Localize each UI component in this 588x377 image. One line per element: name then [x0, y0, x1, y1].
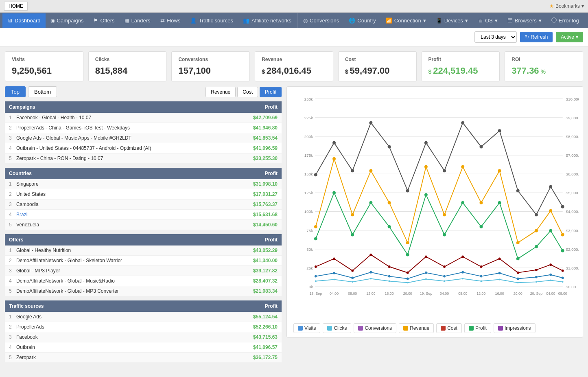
traffic-section: Traffic sources Profit 1 Google Ads $55,…	[5, 300, 282, 363]
stat-conversions-label: Conversions	[178, 57, 243, 62]
table-row[interactable]: 2 PropellerAds - China - Games- iOS Test…	[5, 123, 282, 133]
nav-conversions-label: Conversions	[310, 18, 339, 24]
nav-flows[interactable]: ⇄ Flows	[155, 13, 186, 28]
svg-text:20:00: 20:00	[403, 292, 412, 296]
svg-point-122	[562, 277, 564, 279]
svg-text:16:00: 16:00	[385, 292, 394, 296]
table-row[interactable]: 5 Venezuela $14,450.60	[5, 220, 282, 230]
nav-browsers[interactable]: 🗔 Browsers ▾	[503, 13, 546, 28]
stat-revenue-value: $ 284,016.45	[262, 66, 326, 76]
nav-connection[interactable]: 📶 Connection ▾	[381, 13, 431, 28]
table-row[interactable]: 3 Cambodia $15,763.37	[5, 199, 282, 210]
profit-button[interactable]: Profit	[260, 87, 282, 97]
active-button[interactable]: Active ▾	[556, 32, 583, 42]
svg-point-73	[498, 169, 501, 172]
nav-error-log[interactable]: ⓘ Error log	[546, 13, 584, 28]
svg-text:100k: 100k	[304, 209, 313, 214]
table-row[interactable]: 3 Facebook $43,715.63	[5, 332, 282, 342]
svg-point-123	[315, 280, 317, 282]
nav-country[interactable]: 🌐 Country	[344, 13, 381, 28]
legend-impressions[interactable]: Impressions	[494, 323, 536, 333]
stat-visits: Visits 9,250,561	[5, 51, 83, 81]
stat-conversions-value: 157,100	[178, 66, 243, 76]
nav-country-label: Country	[357, 18, 376, 24]
svg-point-99	[425, 256, 427, 258]
svg-point-91	[549, 229, 552, 232]
table-row[interactable]: 3 Google Ads - Global - Music Apps - Mob…	[5, 133, 282, 143]
table-row[interactable]: 4 Outbrain $41,096.57	[5, 342, 282, 353]
table-row[interactable]: 2 United States $17,031.27	[5, 189, 282, 199]
nav-divider-1	[297, 13, 297, 28]
svg-point-92	[561, 249, 564, 252]
svg-text:250k: 250k	[304, 97, 313, 101]
nav-landers-label: Landers	[131, 18, 151, 24]
svg-point-62	[561, 205, 564, 208]
svg-point-109	[333, 272, 335, 274]
left-panel: Top Bottom Revenue Cost Profit Campaigns…	[5, 86, 282, 367]
svg-point-60	[535, 213, 538, 216]
table-row[interactable]: 1 Facebook - Global - Health - 10.07 $42…	[5, 113, 282, 123]
period-select[interactable]: Last 3 days	[474, 31, 517, 43]
svg-point-49	[332, 141, 336, 145]
svg-point-84	[424, 193, 428, 196]
offers-header: Offers Profit	[5, 234, 282, 245]
refresh-button[interactable]: ↻ Refresh	[520, 32, 553, 42]
bookmarks-area[interactable]: ★ Bookmarks ▾	[549, 3, 584, 9]
legend-clicks[interactable]: Clicks	[323, 323, 351, 333]
table-row[interactable]: 2 PropellerAds $52,266.10	[5, 322, 282, 332]
stat-roi: ROI 377.36 %	[505, 51, 583, 81]
svg-point-132	[480, 280, 482, 282]
table-row[interactable]: 1 Singapore $31,098.10	[5, 179, 282, 189]
legend-conversions[interactable]: Conversions	[354, 323, 396, 333]
chart-legend: Visits Clicks Conversions Revenue Cost	[291, 320, 579, 333]
grid-icon: ▦	[125, 18, 129, 24]
table-row[interactable]: 5 Zeropark $36,172.75	[5, 353, 282, 363]
nav-os[interactable]: 🖥 OS ▾	[473, 13, 503, 28]
cost-button[interactable]: Cost	[237, 87, 258, 97]
svg-point-108	[315, 275, 317, 278]
home-button[interactable]: HOME	[4, 2, 28, 11]
svg-point-120	[535, 276, 538, 278]
table-row[interactable]: 4 DemoAffiliateNetwork - Global - Music&…	[5, 276, 282, 286]
table-row[interactable]: 1 Global - Healthy Nutrition $43,052.29	[5, 245, 282, 256]
nav-offers[interactable]: ⚑ Offers	[88, 13, 119, 28]
table-row[interactable]: 4 Outbrain - United States - 04485737 - …	[5, 143, 282, 153]
nav-offers-label: Offers	[100, 18, 114, 24]
svg-text:$5,000.00: $5,000.00	[566, 191, 579, 195]
nav-dashboard[interactable]: 🖥 Dashboard	[2, 13, 46, 28]
table-row[interactable]: 3 Global - MP3 Player $39,127.82	[5, 266, 282, 276]
legend-revenue[interactable]: Revenue	[399, 323, 434, 333]
nav-traffic-sources[interactable]: 👤 Traffic sources	[185, 13, 238, 28]
nav-connection-label: Connection	[394, 18, 421, 24]
top-button[interactable]: Top	[5, 86, 26, 97]
nav-campaigns[interactable]: ◉ Campaigns	[46, 13, 89, 28]
table-row[interactable]: 5 DemoAffiliateNetwork - Global - MP3 Co…	[5, 286, 282, 296]
stat-roi-label: ROI	[511, 57, 576, 62]
svg-point-64	[332, 157, 336, 160]
legend-profit[interactable]: Profit	[464, 323, 491, 333]
svg-point-66	[369, 169, 372, 172]
legend-cost[interactable]: Cost	[436, 323, 462, 333]
revenue-button[interactable]: Revenue	[205, 87, 236, 97]
table-row[interactable]: 5 Zeropark - China - RON - Dating - 10.0…	[5, 153, 282, 164]
stat-revenue: Revenue $ 284,016.45	[255, 51, 333, 81]
svg-text:225k: 225k	[304, 116, 313, 120]
svg-point-95	[351, 270, 354, 272]
nav-affiliate-networks[interactable]: 👥 Affiliate networks	[238, 13, 296, 28]
legend-visits[interactable]: Visits	[293, 323, 320, 333]
nav-devices[interactable]: 📱 Devices ▾	[431, 13, 473, 28]
svg-point-104	[517, 272, 519, 274]
table-row[interactable]: 2 DemoAffiliateNetwork - Global - Skelet…	[5, 256, 282, 266]
svg-text:150k: 150k	[304, 172, 313, 176]
svg-point-51	[369, 121, 372, 125]
nav-conversions[interactable]: ◎ Conversions	[298, 13, 344, 28]
table-row[interactable]: 1 Google Ads $55,124.54	[5, 312, 282, 322]
nav-landers[interactable]: ▦ Landers	[120, 13, 155, 28]
svg-point-79	[332, 191, 336, 194]
os-icon: 🖥	[478, 18, 483, 24]
table-row[interactable]: 4 Brazil $15,631.68	[5, 210, 282, 220]
svg-point-100	[443, 265, 446, 268]
svg-point-105	[535, 269, 538, 271]
bottom-button[interactable]: Bottom	[28, 86, 57, 97]
right-panel: 250k 225k 200k 175k 150k 125k 100k 75k 5…	[286, 86, 583, 367]
